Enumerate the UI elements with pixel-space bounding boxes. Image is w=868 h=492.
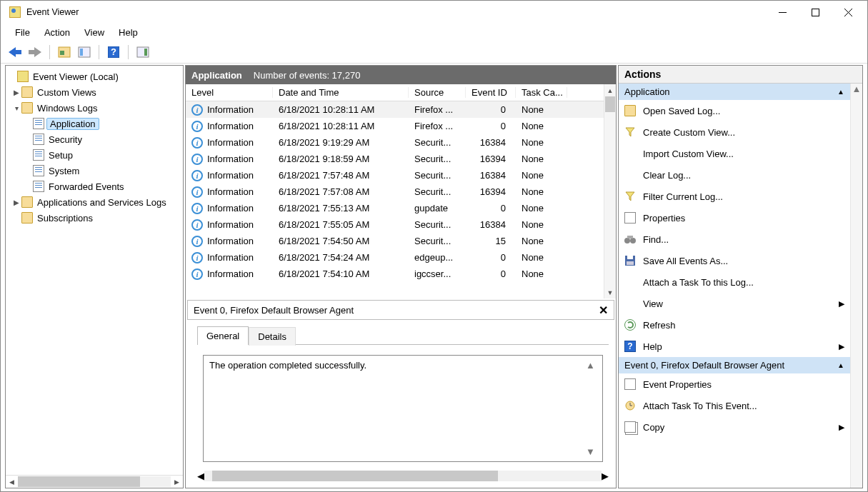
tree-item-setup[interactable]: Setup <box>6 147 183 163</box>
properties-button[interactable] <box>76 44 93 61</box>
tab-general[interactable]: General <box>197 326 249 345</box>
collapse-icon[interactable]: ▾ <box>11 104 21 112</box>
action-event-properties[interactable]: Event Properties <box>619 373 850 395</box>
event-row[interactable]: iInformation6/18/2021 9:19:29 AMSecurit.… <box>186 134 604 151</box>
expand-icon[interactable]: ▶ <box>11 89 21 96</box>
scroll-right-icon[interactable]: ▶ <box>171 476 183 488</box>
action-properties[interactable]: Properties <box>619 207 850 229</box>
event-row[interactable]: iInformation6/18/2021 7:54:24 AMedgeup..… <box>186 249 604 266</box>
event-row[interactable]: iInformation6/18/2021 7:54:10 AMigccser.… <box>186 266 604 282</box>
forward-button[interactable] <box>26 44 44 61</box>
tree-item-security[interactable]: Security <box>6 131 183 147</box>
actions-group-application[interactable]: Application▲ <box>619 84 850 100</box>
scroll-left-icon[interactable]: ◀ <box>6 476 18 488</box>
detail-vscrollbar[interactable]: ▲▼ <box>584 360 597 457</box>
svg-rect-18 <box>627 236 633 239</box>
log-icon <box>33 118 44 129</box>
detail-message-box: The operation completed successfully. ▲▼ <box>203 355 603 462</box>
scroll-right-icon[interactable]: ▶ <box>602 471 609 481</box>
action-event-attach-task[interactable]: Attach Task To This Event... <box>619 395 850 416</box>
scroll-left-icon[interactable]: ◀ <box>197 471 204 481</box>
event-row[interactable]: iInformation6/18/2021 7:55:05 AMSecurit.… <box>186 216 604 233</box>
tree-root[interactable]: Event Viewer (Local) <box>6 69 183 84</box>
col-source[interactable]: Source <box>409 87 466 98</box>
actions-vscrollbar[interactable]: ▲ <box>850 84 862 488</box>
col-event-id[interactable]: Event ID <box>466 87 516 98</box>
help-button[interactable]: ? <box>105 44 122 61</box>
close-detail-button[interactable]: ✕ <box>599 303 608 317</box>
action-import-custom-view[interactable]: Import Custom View... <box>619 143 850 164</box>
menu-view[interactable]: View <box>77 25 111 40</box>
cell-source: edgeup... <box>409 252 466 263</box>
tree-item-application[interactable]: Application <box>6 116 183 131</box>
action-filter-log[interactable]: Filter Current Log... <box>619 186 850 207</box>
svg-rect-20 <box>627 256 633 259</box>
expand-icon[interactable]: ▶ <box>11 199 21 206</box>
col-task[interactable]: Task Ca... <box>516 87 567 98</box>
tree[interactable]: Event Viewer (Local) ▶Custom Views ▾Wind… <box>6 66 183 475</box>
tree-hscrollbar[interactable]: ◀ ▶ <box>6 475 183 488</box>
action-view-submenu[interactable]: View▶ <box>619 293 850 314</box>
minimize-button[interactable] <box>766 1 799 23</box>
tree-item-system[interactable]: System <box>6 163 183 179</box>
tree-item-forwarded[interactable]: Forwarded Events <box>6 179 183 194</box>
maximize-button[interactable] <box>799 1 832 23</box>
col-date[interactable]: Date and Time <box>273 87 409 98</box>
event-row[interactable]: iInformation6/18/2021 7:55:13 AMgupdate0… <box>186 200 604 216</box>
scroll-down-icon[interactable]: ▼ <box>586 446 595 457</box>
svg-rect-1 <box>812 9 819 16</box>
event-row[interactable]: iInformation6/18/2021 10:28:11 AMFirefox… <box>186 118 604 134</box>
column-headers[interactable]: Level Date and Time Source Event ID Task… <box>186 84 604 101</box>
action-help-submenu[interactable]: ?Help▶ <box>619 336 850 357</box>
action-create-custom-view[interactable]: Create Custom View... <box>619 121 850 143</box>
menu-bar: File Action View Help <box>1 24 867 41</box>
detail-hscrollbar[interactable]: ◀ ▶ <box>197 469 609 482</box>
blank-icon <box>624 148 636 159</box>
cell-event-id: 0 <box>466 252 516 263</box>
action-clear-log[interactable]: Clear Log... <box>619 164 850 186</box>
tree-subscriptions[interactable]: Subscriptions <box>6 210 183 226</box>
menu-help[interactable]: Help <box>111 25 145 40</box>
svg-marker-5 <box>29 47 41 57</box>
events-vscrollbar[interactable]: ▲ ▼ <box>604 84 616 298</box>
svg-point-17 <box>630 238 636 244</box>
tree-custom-views[interactable]: ▶Custom Views <box>6 84 183 100</box>
action-pane-button[interactable] <box>134 44 151 61</box>
cell-level: Information <box>207 121 254 131</box>
tree-windows-logs[interactable]: ▾Windows Logs <box>6 100 183 116</box>
cell-event-id: 16384 <box>466 137 516 148</box>
scroll-up-icon[interactable]: ▲ <box>586 360 595 371</box>
event-row[interactable]: iInformation6/18/2021 7:57:08 AMSecurit.… <box>186 184 604 200</box>
action-find[interactable]: Find... <box>619 229 850 250</box>
action-refresh[interactable]: Refresh <box>619 314 850 336</box>
cell-level: Information <box>207 170 254 181</box>
collapse-icon[interactable]: ▲ <box>837 361 844 369</box>
scroll-up-icon[interactable]: ▲ <box>852 84 862 94</box>
funnel-icon <box>624 191 636 202</box>
actions-group-event[interactable]: Event 0, Firefox Default Browser Agent▲ <box>619 357 850 373</box>
cell-date: 6/18/2021 10:28:11 AM <box>273 104 409 115</box>
cell-event-id: 16394 <box>466 154 516 164</box>
scroll-down-icon[interactable]: ▼ <box>604 286 616 298</box>
event-rows[interactable]: iInformation6/18/2021 10:28:11 AMFirefox… <box>186 101 604 298</box>
event-row[interactable]: iInformation6/18/2021 9:18:59 AMSecurit.… <box>186 151 604 167</box>
cell-task: None <box>516 252 567 263</box>
information-icon: i <box>191 236 203 247</box>
back-button[interactable] <box>6 44 24 61</box>
menu-action[interactable]: Action <box>37 25 77 40</box>
collapse-icon[interactable]: ▲ <box>837 88 844 96</box>
tab-details[interactable]: Details <box>249 327 296 346</box>
action-attach-task[interactable]: Attach a Task To this Log... <box>619 271 850 293</box>
scroll-up-icon[interactable]: ▲ <box>604 84 616 96</box>
action-open-saved-log[interactable]: Open Saved Log... <box>619 100 850 121</box>
close-button[interactable] <box>832 1 864 23</box>
action-save-all[interactable]: Save All Events As... <box>619 250 850 271</box>
menu-file[interactable]: File <box>8 25 37 40</box>
event-row[interactable]: iInformation6/18/2021 7:54:50 AMSecurit.… <box>186 233 604 249</box>
tree-apps-services[interactable]: ▶Applications and Services Logs <box>6 194 183 210</box>
col-level[interactable]: Level <box>186 87 273 98</box>
event-row[interactable]: iInformation6/18/2021 7:57:48 AMSecurit.… <box>186 167 604 184</box>
action-copy-submenu[interactable]: Copy▶ <box>619 416 850 438</box>
show-tree-button[interactable] <box>56 44 73 61</box>
event-row[interactable]: iInformation6/18/2021 10:28:11 AMFirefox… <box>186 101 604 118</box>
